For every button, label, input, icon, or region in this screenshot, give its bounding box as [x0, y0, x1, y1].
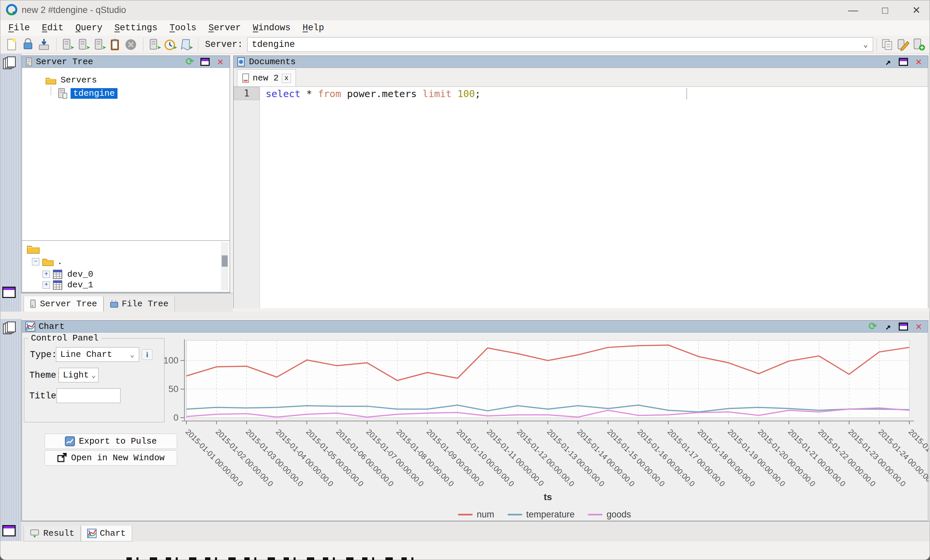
send-query-icon[interactable]: ➤ — [147, 38, 161, 52]
menu-help[interactable]: Help — [297, 23, 330, 33]
dock-window-icon[interactable] — [2, 525, 15, 536]
expand-expander[interactable]: + — [43, 281, 50, 288]
menu-query[interactable]: Query — [69, 23, 108, 33]
background-window-text-fragment — [126, 557, 423, 560]
tab-server-tree[interactable]: Server Tree — [24, 296, 103, 312]
line-chart[interactable]: 0501002015-01-01 00:00:00.02015-01-02 00… — [160, 334, 928, 510]
schedule-query-icon[interactable]: ➤ — [163, 38, 177, 52]
dock-restore-icon[interactable] — [3, 57, 17, 70]
close-panel-icon[interactable]: ✕ — [913, 322, 925, 331]
tree-item-dev0[interactable]: + dev_0 — [43, 269, 93, 279]
tab-chart[interactable]: Chart — [81, 526, 132, 542]
tree-item-tdengine[interactable]: tdengine — [58, 88, 117, 99]
legend-item-goods[interactable]: goods — [588, 509, 631, 520]
legend-item-temperature[interactable]: temperature — [508, 509, 575, 520]
chevron-down-icon: ⌄ — [89, 371, 98, 380]
x-tick-label: 2015-01-02 00:00:00.0 — [214, 427, 275, 488]
maximize-panel-icon[interactable] — [199, 57, 211, 67]
tab-file-tree[interactable]: File Tree — [103, 296, 175, 312]
server-label: Server: — [205, 40, 243, 49]
line-number: 1 — [234, 87, 260, 100]
tree-item-dot-folder[interactable]: − . — [32, 257, 63, 267]
tree-item-root-folder[interactable] — [27, 243, 40, 254]
chart-type-select[interactable]: Line Chart ⌄ — [56, 347, 139, 362]
left-dock-strip-top — [0, 54, 21, 311]
sql-editor[interactable]: 1 select * from power.meters limit 100; — [234, 86, 928, 308]
edit-server-icon[interactable] — [896, 38, 910, 52]
sql-code-line[interactable]: select * from power.meters limit 100; — [266, 87, 480, 100]
open-in-new-window-button[interactable]: Open in New Window — [45, 450, 177, 466]
collapse-expander[interactable]: − — [32, 258, 39, 265]
run-line-icon[interactable]: ➤ — [76, 38, 90, 52]
menu-server[interactable]: Server — [202, 23, 246, 33]
tab-label: Result — [43, 528, 75, 539]
document-icon — [237, 57, 246, 67]
code-token: select — [266, 88, 300, 100]
menu-edit[interactable]: Edit — [36, 23, 69, 33]
open-file-icon[interactable] — [21, 38, 35, 52]
y-tick-label: 50 — [168, 384, 179, 394]
close-panel-icon[interactable]: ✕ — [913, 57, 925, 67]
scrollbar-thumb[interactable] — [222, 255, 228, 267]
menu-windows[interactable]: Windows — [247, 23, 297, 33]
minimize-button[interactable]: — — [838, 3, 868, 18]
run-selection-icon[interactable]: ➤ — [92, 38, 106, 52]
chart-legend[interactable]: numtemperaturegoods — [160, 509, 928, 520]
x-tick-label: 2015-01-20 00:00:00.0 — [756, 427, 817, 488]
chevron-down-icon[interactable]: ⌄ — [858, 40, 873, 49]
save-icon[interactable] — [37, 38, 51, 52]
title-input[interactable] — [57, 388, 120, 403]
x-tick-label: 2015-01-07 00:00:00.0 — [365, 427, 425, 488]
theme-value: Light — [59, 370, 89, 380]
tab-result[interactable]: Result — [24, 526, 81, 542]
open-window-icon — [57, 453, 67, 463]
maximize-panel-icon[interactable] — [898, 322, 909, 331]
copy-server-icon[interactable] — [880, 38, 894, 52]
x-tick-label: 2015-01-21 00:00:00.0 — [786, 427, 847, 488]
chart-panel: Chart ⟳ ↗ ✕ Control Panel Type: Line Cha… — [22, 320, 928, 521]
x-tick-label: 2015-01-11 00:00:00.0 — [485, 427, 545, 488]
server-combobox[interactable]: tdengine ⌄ — [247, 37, 873, 52]
modified-page-icon — [242, 73, 249, 83]
text-caret — [686, 88, 687, 100]
maximize-panel-icon[interactable] — [898, 57, 909, 67]
result-grid-icon — [30, 529, 40, 538]
tree-item-dev1[interactable]: + dev_1 — [43, 280, 93, 290]
add-server-icon[interactable] — [912, 38, 926, 52]
x-tick-label: 2015-01-12 00:00:00.0 — [515, 427, 576, 488]
green-arrow-overlay: ➤ — [189, 45, 193, 52]
toolbar-separator — [143, 38, 143, 51]
horizontal-splitter[interactable] — [0, 311, 930, 319]
x-tick-label: 2015-01-17 00:00:00.0 — [666, 427, 727, 488]
expand-expander[interactable]: + — [43, 271, 50, 278]
export-to-pulse-button[interactable]: Export to Pulse — [45, 434, 177, 449]
dock-window-icon[interactable] — [2, 287, 15, 298]
close-panel-icon[interactable]: ✕ — [214, 57, 226, 67]
tree-item-servers[interactable]: Servers — [45, 75, 97, 85]
tab-label: Chart — [100, 528, 126, 539]
theme-select[interactable]: Light ⌄ — [59, 368, 99, 382]
menu-file[interactable]: File — [2, 23, 36, 33]
refresh-icon[interactable]: ⟳ — [867, 322, 879, 331]
left-dock-strip-bottom — [0, 319, 21, 541]
legend-item-num[interactable]: num — [458, 509, 494, 520]
scrollbar-track[interactable] — [221, 242, 228, 291]
menu-settings[interactable]: Settings — [108, 23, 164, 33]
refresh-icon[interactable]: ⟳ — [184, 57, 196, 67]
menu-tools[interactable]: Tools — [163, 23, 202, 33]
close-button[interactable]: ✕ — [901, 3, 930, 18]
document-tab-new2[interactable]: new 2 x — [237, 69, 296, 87]
info-icon[interactable]: i — [142, 349, 152, 360]
copy-result-icon[interactable] — [108, 38, 122, 52]
stop-query-icon[interactable] — [124, 38, 138, 52]
tab-close-icon[interactable]: x — [282, 74, 291, 83]
legend-label: temperature — [526, 509, 575, 520]
new-document-icon[interactable] — [5, 38, 19, 52]
popup-panel-icon[interactable]: ↗ — [882, 322, 894, 331]
run-query-icon[interactable]: ➤ — [60, 38, 74, 52]
popup-panel-icon[interactable]: ↗ — [882, 57, 894, 67]
run-script-icon[interactable]: ➤ — [179, 38, 193, 52]
dock-restore-icon[interactable] — [3, 322, 17, 335]
x-tick-label: 2015-01-04 00:00:00.0 — [274, 427, 335, 488]
maximize-button[interactable]: □ — [870, 3, 901, 18]
